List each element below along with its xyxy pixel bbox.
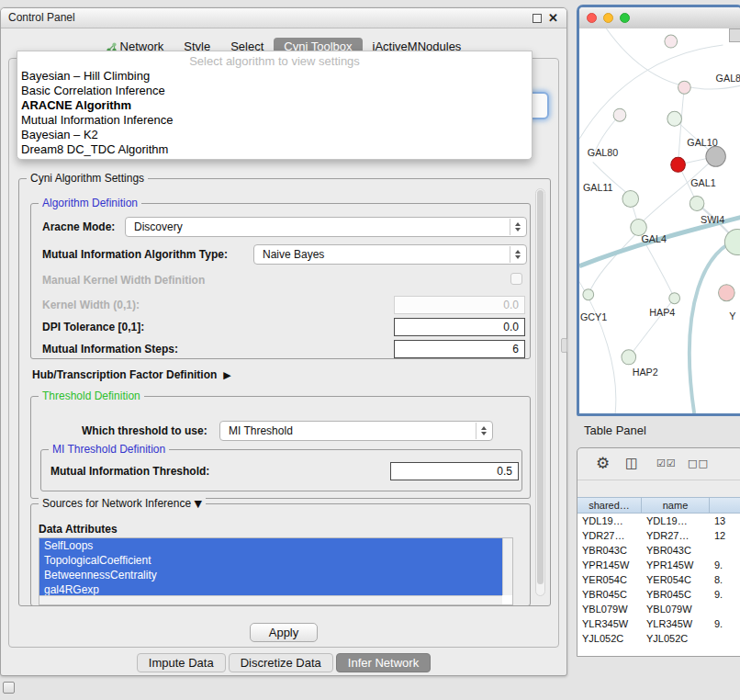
algorithm-option[interactable]: Bayesian – Hill Climbing — [17, 69, 532, 84]
algorithm-option[interactable]: Bayesian – K2 — [17, 128, 532, 142]
table-row[interactable]: YBR045CYBR045C9. — [577, 587, 740, 602]
dpi-tolerance-field[interactable]: 0.0 — [394, 318, 525, 336]
network-node[interactable] — [583, 289, 594, 300]
attribute-item[interactable]: SelfLoops — [39, 538, 502, 553]
network-canvas-area[interactable]: GAL80GAL10GAL11GAL1SWI4GAL4GCY1HAP4HAP2G… — [579, 28, 740, 413]
sources-group: Sources for Network Inference ▼ Data Att… — [30, 503, 531, 606]
bottom-tab-impute-data[interactable]: Impute Data — [137, 653, 226, 672]
list-vertical-scrollbar[interactable] — [502, 538, 512, 595]
algorithm-dropdown: Select algorithm to view settings Bayesi… — [17, 51, 533, 160]
network-node[interactable] — [690, 196, 704, 210]
threshold-definition-title: Threshold Definition — [39, 390, 144, 402]
kernel-width-field[interactable]: 0.0 — [394, 296, 525, 314]
network-node[interactable] — [719, 285, 735, 301]
table-cell: 12 — [710, 528, 740, 543]
table-row[interactable]: YBR043CYBR043C — [577, 543, 740, 558]
node-label: SWI4 — [701, 213, 724, 224]
network-node[interactable] — [613, 108, 626, 121]
node-label: GAL10 — [687, 137, 717, 148]
aracne-mode-select[interactable]: Discovery — [125, 217, 527, 237]
algorithm-option[interactable]: Basic Correlation Inference — [17, 84, 532, 98]
settings-scrollbar[interactable] — [535, 188, 545, 596]
node-label: GAL11 — [583, 182, 613, 193]
column-header[interactable]: name — [642, 498, 710, 513]
network-edge[interactable] — [579, 45, 723, 139]
network-edge[interactable] — [589, 231, 639, 295]
table-cell: 9. — [710, 558, 740, 572]
column-header[interactable] — [710, 498, 740, 513]
table-cell: 13 — [710, 514, 740, 528]
table-cell: YDR27… — [577, 528, 642, 543]
mi-algorithm-type-select[interactable]: Naive Bayes — [253, 244, 527, 265]
minimize-traffic-light[interactable] — [603, 13, 613, 23]
network-node[interactable] — [671, 157, 686, 172]
deselect-all-icon[interactable]: □□ — [688, 457, 709, 469]
network-edge[interactable] — [690, 239, 740, 413]
node-label: HAP2 — [633, 367, 658, 378]
dpi-tolerance-label: DPI Tolerance [0,1]: — [42, 318, 144, 336]
table-cell — [710, 631, 740, 646]
algorithm-option[interactable]: Dream8 DC_TDC Algorithm — [17, 142, 532, 157]
column-selector-icon[interactable]: ◫ — [625, 455, 638, 471]
close-traffic-light[interactable] — [587, 13, 597, 23]
attribute-item[interactable]: TopologicalCoefficient — [39, 553, 502, 568]
table-row[interactable]: YJL052CYJL052C — [577, 631, 740, 646]
gear-icon[interactable]: ⚙ — [596, 454, 610, 472]
list-horizontal-scrollbar[interactable] — [39, 595, 502, 604]
hub-definition-label: Hub/Transcription Factor Definition — [32, 368, 217, 381]
table-cell: YLR345W — [577, 616, 642, 631]
table-cell: YBR043C — [577, 543, 642, 558]
minimized-panel-icon[interactable] — [3, 682, 15, 694]
node-label: GCY1 — [580, 311, 607, 322]
bottom-tab-discretize-data[interactable]: Discretize Data — [229, 653, 333, 672]
table-panel-title: Table Panel — [584, 423, 646, 437]
zoom-traffic-light[interactable] — [620, 13, 630, 23]
table-row[interactable]: YDR27…YDR27…12 — [577, 528, 740, 543]
table-cell: 8. — [710, 572, 740, 587]
column-header[interactable]: shared… — [577, 498, 642, 513]
control-panel-titlebar[interactable]: Control Panel ✕ — [1, 8, 566, 28]
algorithm-option[interactable]: Mutual Information Inference — [17, 113, 532, 128]
select-all-icon[interactable]: ☑☑ — [656, 457, 677, 469]
table-cell: YDL19… — [642, 514, 710, 528]
algorithm-option[interactable]: ARACNE Algorithm — [17, 98, 532, 113]
network-node[interactable] — [622, 350, 636, 365]
mi-steps-field[interactable]: 6 — [394, 340, 525, 358]
table-cell: YPR145W — [577, 558, 642, 572]
which-threshold-select[interactable]: MI Threshold — [219, 421, 493, 441]
table-cell: YDL19… — [577, 514, 642, 528]
network-node[interactable] — [678, 81, 691, 94]
data-attributes-items: SelfLoopsTopologicalCoefficientBetweenne… — [39, 538, 502, 595]
network-node[interactable] — [622, 190, 639, 207]
network-node[interactable] — [724, 230, 740, 255]
sources-group-title[interactable]: Sources for Network Inference ▼ — [39, 497, 206, 510]
network-node[interactable] — [669, 293, 680, 304]
network-node[interactable] — [665, 35, 678, 48]
attribute-item[interactable]: BetweennessCentrality — [39, 568, 502, 582]
close-icon[interactable]: ✕ — [548, 8, 558, 28]
mi-threshold-field[interactable]: 0.5 — [390, 462, 519, 480]
cyni-algorithm-settings-group: Cyni Algorithm Settings Algorithm Defini… — [18, 178, 551, 606]
birdseye-toggle-icon[interactable] — [729, 28, 740, 42]
mi-algorithm-type-label: Mutual Information Algorithm Type: — [42, 244, 228, 265]
network-edge[interactable] — [579, 282, 616, 413]
table-row[interactable]: YER054CYER054C8. — [577, 572, 740, 587]
table-row[interactable]: YBL079WYBL079W — [577, 602, 740, 616]
table-row[interactable]: YPR145WYPR145W9. — [577, 558, 740, 572]
float-window-icon[interactable] — [533, 14, 542, 23]
bottom-tab-infer-network[interactable]: Infer Network — [336, 653, 431, 672]
network-node[interactable] — [667, 111, 682, 126]
manual-kernel-width-checkbox[interactable] — [510, 273, 522, 285]
apply-button[interactable]: Apply — [250, 623, 318, 642]
network-edge[interactable] — [678, 87, 685, 164]
network-window-titlebar[interactable] — [579, 7, 740, 29]
network-canvas[interactable]: GAL80GAL10GAL11GAL1SWI4GAL4GCY1HAP4HAP2G… — [579, 28, 740, 413]
attribute-item[interactable]: gal4RGexp — [39, 582, 502, 595]
panel-resize-handle[interactable] — [561, 338, 567, 353]
table-panel-window: ⚙ ◫ ☑☑ □□ shared…name YDL19…YDL19…13YDR2… — [577, 447, 740, 657]
hub-definition-toggle[interactable]: Hub/Transcription Factor Definition ▶ — [32, 368, 231, 381]
network-node[interactable] — [706, 146, 726, 166]
table-row[interactable]: YLR345WYLR345W9. — [577, 616, 740, 631]
table-cell — [710, 602, 740, 616]
table-row[interactable]: YDL19…YDL19…13 — [577, 514, 740, 528]
